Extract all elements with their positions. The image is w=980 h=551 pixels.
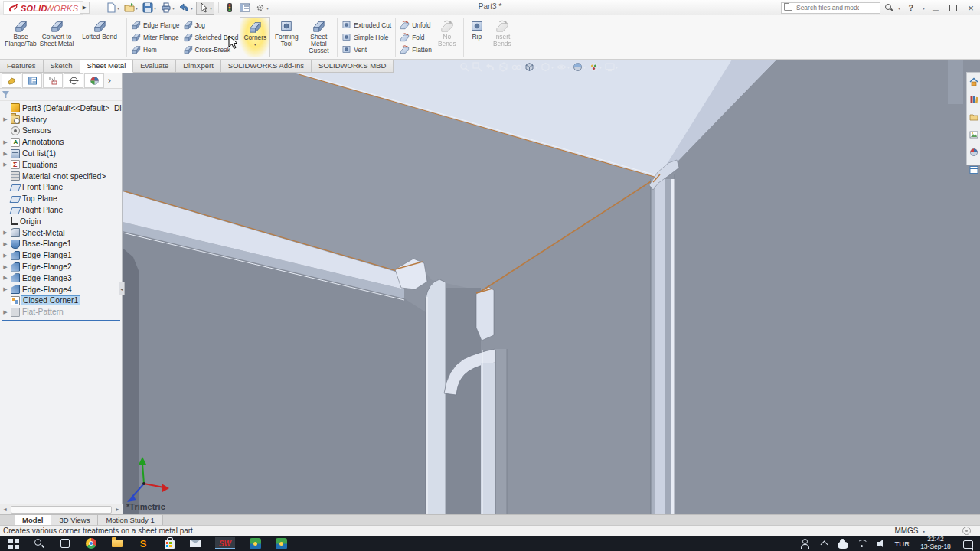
expand-arrow-icon[interactable]: [2, 275, 8, 281]
language-indicator[interactable]: TUR: [894, 540, 910, 548]
tree-item-flat-pattern[interactable]: Flat-Pattern: [0, 306, 122, 318]
convert-to-sheet-metal-button[interactable]: Convert to Sheet Metal: [38, 17, 75, 57]
scrollbar-thumb[interactable]: [11, 506, 112, 514]
search-icon[interactable]: [884, 3, 893, 12]
tab-sheet-metal[interactable]: Sheet Metal: [80, 60, 134, 73]
apply-scene-icon[interactable]: [589, 62, 602, 72]
new-button[interactable]: [104, 2, 121, 15]
apply-scene-caret-icon[interactable]: [599, 64, 602, 70]
appearances-icon[interactable]: [969, 146, 978, 160]
search-box[interactable]: [781, 2, 880, 14]
extruded-cut-button[interactable]: Extruded Cut: [341, 19, 391, 31]
taskbar-search-icon[interactable]: [33, 537, 45, 549]
tree-item-history[interactable]: History: [0, 114, 122, 126]
file-explorer-icon[interactable]: [969, 111, 978, 125]
tab-scroll-buttons[interactable]: [0, 515, 15, 525]
unfold-button[interactable]: Unfold: [400, 19, 432, 31]
expand-arrow-icon[interactable]: [2, 241, 8, 247]
hem-button[interactable]: Hem: [131, 44, 180, 55]
tree-item-closed-corner1[interactable]: Closed Corner1: [0, 295, 122, 307]
tab-motion-study-1[interactable]: Motion Study 1: [98, 515, 162, 525]
configurationmanager-tab[interactable]: [43, 73, 63, 88]
tree-item-edge-flange3[interactable]: Edge-Flange3: [0, 272, 122, 284]
panel-tabs-overflow-button[interactable]: [108, 75, 111, 86]
tree-item-edge-flange2[interactable]: Edge-Flange2: [0, 261, 122, 272]
forming-tool-button[interactable]: Forming Tool: [270, 17, 302, 57]
options-caret-icon[interactable]: [266, 5, 269, 11]
save-caret-icon[interactable]: [154, 5, 156, 11]
tab-solidworks-add-ins[interactable]: SOLIDWORKS Add-Ins: [221, 60, 312, 73]
expand-arrow-icon[interactable]: [2, 264, 8, 270]
propertymanager-tab[interactable]: [22, 73, 42, 88]
tree-root-part[interactable]: Part3 (Default<<Default>_Display State: [0, 103, 122, 114]
tree-item-edge-flange4[interactable]: Edge-Flange4: [0, 284, 122, 295]
options-gear-button[interactable]: [253, 2, 270, 15]
taskbar-clock[interactable]: 22:4213-Sep-18: [916, 536, 955, 551]
expand-arrow-icon[interactable]: [2, 286, 8, 292]
tree-item-sensors[interactable]: Sensors: [0, 126, 122, 137]
select-button[interactable]: [196, 2, 214, 15]
undo-button[interactable]: [178, 2, 194, 15]
edge-flange-button[interactable]: Edge Flange: [131, 19, 180, 31]
display-pane-button[interactable]: [238, 2, 252, 15]
expand-arrow-icon[interactable]: [2, 230, 8, 236]
tree-item-top-plane[interactable]: Top Plane: [0, 193, 122, 204]
tree-item-sheet-metal[interactable]: Sheet-Metal: [0, 227, 122, 239]
microsoft-store-icon[interactable]: [163, 537, 175, 549]
tree-item-cut-list[interactable]: Cut list(1): [0, 148, 122, 159]
base-flange-tab-button[interactable]: Base Flange/Tab: [3, 17, 38, 57]
onedrive-icon[interactable]: [837, 537, 849, 549]
search-caret-icon[interactable]: [898, 5, 900, 11]
people-icon[interactable]: [799, 537, 811, 549]
expand-arrow-icon[interactable]: [2, 151, 8, 157]
help-caret-icon[interactable]: [923, 5, 925, 11]
panel-horizontal-scrollbar[interactable]: [0, 504, 122, 514]
expand-arrow-icon[interactable]: [2, 116, 8, 122]
view-settings-icon[interactable]: [605, 62, 618, 72]
units-caret-icon[interactable]: [923, 527, 925, 535]
sheet-metal-gusset-button[interactable]: Sheet Metal Gusset: [302, 17, 335, 57]
edit-appearance-icon[interactable]: [573, 62, 586, 72]
corners-caret-icon[interactable]: [254, 42, 256, 47]
panel-splitter-handle[interactable]: [119, 282, 125, 295]
tab-dimxpert[interactable]: DimXpert: [176, 60, 221, 73]
lofted-bend-button[interactable]: Lofted-Bend: [75, 17, 124, 57]
view-orientation-caret-icon[interactable]: [535, 64, 537, 70]
open-caret-icon[interactable]: [136, 5, 138, 11]
tree-filter-bar[interactable]: [0, 89, 122, 101]
tab-sketch[interactable]: Sketch: [44, 60, 80, 73]
hidden-icons-chevron[interactable]: [818, 537, 830, 549]
solidworks-taskbar-icon[interactable]: [215, 537, 235, 549]
search-input[interactable]: [795, 3, 861, 12]
view-orientation-icon[interactable]: [524, 62, 537, 72]
tab-3d-views[interactable]: 3D Views: [51, 515, 98, 525]
print-caret-icon[interactable]: [172, 5, 175, 11]
status-tag-icon[interactable]: [962, 527, 971, 535]
home-icon[interactable]: [969, 76, 978, 90]
expand-arrow-icon[interactable]: [2, 139, 8, 145]
scroll-right-arrow[interactable]: [113, 504, 122, 514]
help-button[interactable]: [904, 2, 918, 13]
tab-evaluate[interactable]: Evaluate: [133, 60, 176, 73]
close-button[interactable]: [964, 2, 978, 13]
expand-arrow-icon[interactable]: [2, 161, 8, 168]
new-caret-icon[interactable]: [117, 5, 119, 11]
dynamic-annotation-icon[interactable]: [511, 62, 521, 72]
hide-show-items-icon[interactable]: [557, 62, 570, 72]
scroll-left-arrow[interactable]: [0, 504, 10, 514]
rollback-bar[interactable]: [2, 320, 120, 321]
select-caret-icon[interactable]: [210, 5, 212, 11]
tab-model[interactable]: Model: [15, 515, 51, 525]
volume-icon[interactable]: [875, 537, 887, 549]
menu-expand-button[interactable]: [80, 2, 90, 14]
hide-show-caret-icon[interactable]: [567, 64, 570, 70]
start-button[interactable]: [7, 537, 19, 549]
undo-caret-icon[interactable]: [191, 5, 193, 11]
display-style-icon[interactable]: [541, 62, 554, 72]
tab-features[interactable]: Features: [0, 60, 44, 73]
displaymanager-tab[interactable]: [84, 73, 104, 88]
vent-button[interactable]: Vent: [341, 44, 391, 55]
mail-icon[interactable]: [189, 537, 201, 549]
units-label[interactable]: MMGS: [894, 527, 918, 535]
tree-item-origin[interactable]: Origin: [0, 216, 122, 227]
